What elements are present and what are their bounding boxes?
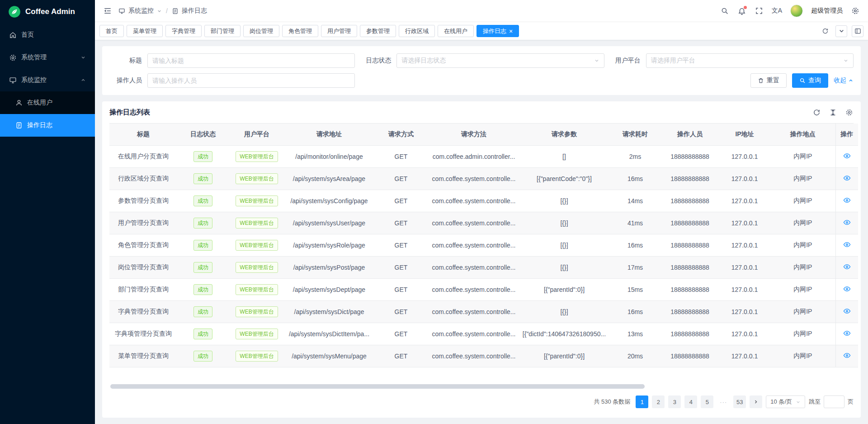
table-row: 用户管理分页查询成功WEB管理后台/api/system/sysUser/pag… bbox=[109, 212, 858, 234]
avatar[interactable] bbox=[790, 5, 803, 17]
cell-platform: WEB管理后台 bbox=[229, 145, 285, 167]
view-detail-button[interactable] bbox=[843, 263, 851, 271]
page-size-select[interactable]: 10 条/页 bbox=[766, 395, 805, 408]
scrollbar-thumb[interactable] bbox=[110, 384, 645, 389]
chevron-down-icon bbox=[80, 55, 86, 60]
tab-item[interactable]: 参数管理 bbox=[360, 25, 396, 37]
column-header: 操作 bbox=[835, 124, 858, 145]
table-row: 菜单管理分页查询成功WEB管理后台/api/system/sysMenu/pag… bbox=[109, 345, 858, 367]
tab-item[interactable]: 角色管理 bbox=[282, 25, 318, 37]
sidebar-item-label: 系统监控 bbox=[21, 76, 47, 84]
user-icon bbox=[15, 99, 23, 106]
page-button[interactable]: 53 bbox=[733, 395, 746, 408]
sidebar-collapse-button[interactable] bbox=[103, 6, 112, 15]
tab-item[interactable]: 行政区域 bbox=[399, 25, 435, 37]
cell-status: 成功 bbox=[177, 234, 229, 256]
page-ellipsis[interactable]: ··· bbox=[717, 395, 730, 408]
sidebar-item-home[interactable]: 首页 bbox=[0, 24, 95, 46]
status-tag: 成功 bbox=[193, 151, 212, 162]
cell-url: /api/system/sysRole/page bbox=[285, 234, 373, 256]
language-switch-button[interactable]: 文A bbox=[772, 7, 782, 15]
page-button[interactable]: 3 bbox=[668, 395, 681, 408]
gear-icon bbox=[851, 7, 859, 15]
tab-item[interactable]: 菜单管理 bbox=[127, 25, 163, 37]
sidebar-item-system-monitor[interactable]: 系统监控 bbox=[0, 69, 95, 91]
cell-location: 内网IP bbox=[770, 256, 835, 278]
page-button[interactable]: 4 bbox=[684, 395, 697, 408]
cell-operator: 18888888888 bbox=[661, 345, 719, 367]
view-detail-button[interactable] bbox=[843, 174, 851, 182]
filter-panel: 标题 日志状态 请选择日志状态 用户平台 bbox=[102, 46, 861, 95]
eye-icon bbox=[843, 241, 851, 248]
jump-suffix: 页 bbox=[848, 398, 854, 406]
tab-item[interactable]: 在线用户 bbox=[438, 25, 474, 37]
notifications-button[interactable] bbox=[737, 6, 746, 15]
page-button[interactable]: 2 bbox=[652, 395, 665, 408]
platform-tag: WEB管理后台 bbox=[236, 306, 278, 317]
cell-action bbox=[835, 256, 858, 278]
fullscreen-button[interactable] bbox=[755, 6, 764, 15]
title-input[interactable] bbox=[152, 57, 350, 64]
tab-item[interactable]: 操作日志× bbox=[476, 25, 519, 37]
cell-method: GET bbox=[373, 190, 429, 212]
settings-button[interactable] bbox=[851, 6, 860, 15]
tab-controls bbox=[819, 25, 863, 37]
chevron-up-icon bbox=[80, 77, 86, 83]
tab-item[interactable]: 字典管理 bbox=[165, 25, 202, 37]
log-status-select[interactable]: 请选择日志状态 bbox=[396, 53, 604, 68]
user-platform-select[interactable]: 请选择用户平台 bbox=[646, 53, 854, 68]
cell-url: /api/system/sysConfig/page bbox=[285, 190, 373, 212]
column-header: 请求方式 bbox=[373, 124, 429, 145]
column-settings-button[interactable] bbox=[844, 108, 854, 117]
sidebar-item-operation-log[interactable]: 操作日志 bbox=[0, 114, 95, 137]
view-detail-button[interactable] bbox=[843, 329, 851, 337]
sidebar-item-system-management[interactable]: 系统管理 bbox=[0, 46, 95, 69]
view-detail-button[interactable] bbox=[843, 241, 851, 248]
platform-tag: WEB管理后台 bbox=[236, 218, 278, 229]
cell-location: 内网IP bbox=[770, 300, 835, 323]
horizontal-scrollbar bbox=[110, 384, 853, 389]
view-detail-button[interactable] bbox=[843, 196, 851, 204]
tab-item[interactable]: 用户管理 bbox=[321, 25, 357, 37]
view-detail-button[interactable] bbox=[843, 285, 851, 293]
tabs-dropdown-button[interactable] bbox=[835, 25, 847, 37]
tab-label: 部门管理 bbox=[211, 27, 234, 35]
view-detail-button[interactable] bbox=[843, 307, 851, 315]
table-row: 行政区域分页查询成功WEB管理后台/api/system/sysArea/pag… bbox=[109, 167, 858, 190]
cell-title: 岗位管理分页查询 bbox=[109, 256, 177, 278]
page-button[interactable]: 1 bbox=[636, 395, 648, 408]
table-density-button[interactable] bbox=[828, 108, 837, 117]
view-detail-button[interactable] bbox=[843, 352, 851, 359]
view-detail-button[interactable] bbox=[843, 152, 851, 160]
title-label: 标题 bbox=[106, 57, 147, 65]
cell-action bbox=[835, 212, 858, 234]
table-row: 字典项管理分页查询成功WEB管理后台/api/system/sysDictIte… bbox=[109, 323, 858, 345]
cell-title: 角色管理分页查询 bbox=[109, 234, 177, 256]
table-refresh-button[interactable] bbox=[812, 108, 821, 117]
next-page-button[interactable] bbox=[750, 395, 762, 408]
breadcrumb-item[interactable]: 系统监控 bbox=[128, 7, 154, 15]
eye-icon bbox=[843, 263, 851, 271]
cell-status: 成功 bbox=[177, 167, 229, 190]
tab-item[interactable]: 部门管理 bbox=[204, 25, 241, 37]
view-detail-button[interactable] bbox=[843, 219, 851, 226]
search-submit-button[interactable]: 查询 bbox=[792, 73, 828, 88]
layout-panel-button[interactable] bbox=[852, 25, 863, 37]
operator-input[interactable] bbox=[152, 77, 350, 84]
tabs-refresh-button[interactable] bbox=[819, 25, 831, 37]
reset-button[interactable]: 重置 bbox=[750, 73, 787, 88]
pagination-bar: 共 530 条数据 12345···53 10 条/页 跳至 页 bbox=[109, 391, 854, 413]
tab-item[interactable]: 岗位管理 bbox=[243, 25, 279, 37]
page-button[interactable]: 5 bbox=[701, 395, 713, 408]
density-icon bbox=[829, 109, 837, 116]
cell-location: 内网IP bbox=[770, 190, 835, 212]
tab-close-icon[interactable]: × bbox=[509, 28, 513, 34]
collapse-filters-button[interactable]: 收起 bbox=[834, 76, 854, 85]
table-zone: 标题日志状态用户平台请求地址请求方式请求方法请求参数请求耗时操作人员IP地址操作… bbox=[109, 123, 854, 391]
breadcrumb-separator: / bbox=[166, 7, 168, 14]
jump-page-input[interactable] bbox=[824, 395, 844, 408]
status-tag: 成功 bbox=[193, 351, 212, 362]
sidebar-item-online-users[interactable]: 在线用户 bbox=[0, 91, 95, 114]
tab-item[interactable]: 首页 bbox=[99, 25, 124, 37]
search-button[interactable] bbox=[720, 6, 729, 15]
